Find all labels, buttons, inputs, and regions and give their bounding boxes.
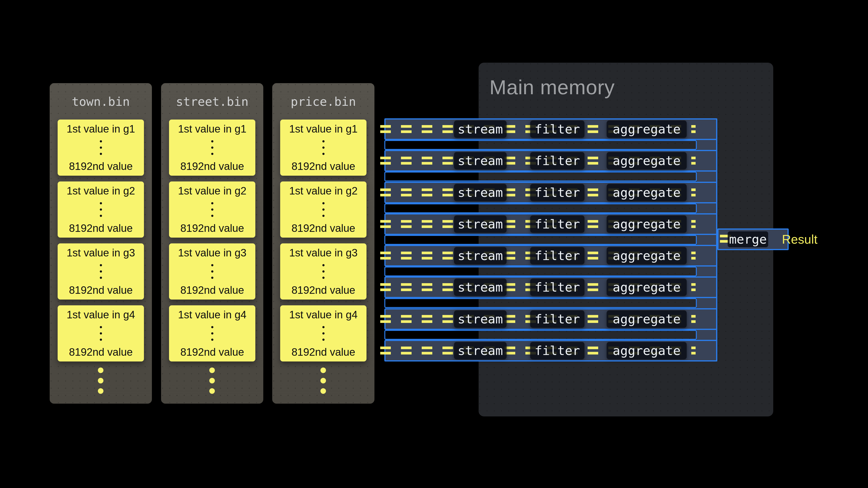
ellipsis-dots (100, 326, 102, 341)
vector-block-g1: 1st value in g1 8192nd value (280, 120, 367, 176)
block-last-value: 8192nd value (180, 222, 244, 234)
ellipsis-dots (100, 202, 102, 217)
main-memory-title: Main memory (490, 77, 615, 97)
block-first-value: 1st value in g2 (178, 185, 246, 197)
block-last-value: 8192nd value (69, 346, 133, 358)
aggregate-label: aggregate (613, 312, 681, 326)
pipeline-buffer-slot (384, 140, 697, 150)
block-first-value: 1st value in g2 (289, 185, 358, 197)
stream-label: stream (458, 154, 503, 168)
ellipsis-dots (211, 326, 213, 341)
aggregate-operator: aggregate (607, 152, 687, 169)
ellipsis-dots (100, 264, 102, 279)
stream-operator: stream (454, 247, 506, 264)
stream-label: stream (458, 185, 503, 200)
block-last-value: 8192nd value (291, 284, 355, 296)
file-panel-price: price.bin 1st value in g1 8192nd value 1… (272, 83, 374, 404)
block-last-value: 8192nd value (291, 346, 355, 358)
aggregate-label: aggregate (613, 344, 681, 358)
block-last-value: 8192nd value (180, 346, 244, 358)
filter-operator: filter (530, 247, 585, 264)
file-panel-town: town.bin 1st value in g1 8192nd value 1s… (50, 83, 152, 404)
more-groups-dot (209, 367, 215, 373)
aggregate-label: aggregate (613, 154, 681, 168)
filter-label: filter (535, 312, 580, 326)
aggregate-label: aggregate (613, 217, 681, 231)
stream-label: stream (458, 280, 503, 294)
ellipsis-dots (322, 202, 324, 217)
filter-operator: filter (530, 152, 585, 169)
aggregate-label: aggregate (613, 122, 681, 136)
aggregate-label: aggregate (613, 280, 681, 294)
pipeline-row-4: stream filter aggregate (384, 213, 717, 235)
block-last-value: 8192nd value (69, 284, 133, 296)
filter-label: filter (535, 280, 580, 294)
vector-block-g2: 1st value in g2 8192nd value (280, 182, 367, 238)
vector-block-g1: 1st value in g1 8192nd value (169, 120, 255, 176)
vector-block-g1: 1st value in g1 8192nd value (58, 120, 144, 176)
pipeline-buffer-slot (384, 298, 697, 308)
block-first-value: 1st value in g4 (178, 309, 246, 321)
filter-operator: filter (530, 342, 585, 359)
ellipsis-dots (211, 264, 213, 279)
aggregate-operator: aggregate (607, 279, 687, 296)
filter-label: filter (535, 249, 580, 263)
file-name-label: street.bin (161, 83, 263, 109)
block-last-value: 8192nd value (180, 284, 244, 296)
aggregate-label: aggregate (613, 249, 681, 263)
vector-block-g2: 1st value in g2 8192nd value (58, 182, 144, 238)
result-label: Result (782, 232, 817, 247)
more-groups-dot (320, 378, 326, 383)
block-first-value: 1st value in g4 (66, 309, 135, 321)
filter-label: filter (535, 122, 580, 136)
block-last-value: 8192nd value (69, 222, 133, 234)
filter-operator: filter (530, 121, 585, 138)
stream-label: stream (458, 312, 503, 326)
more-groups-dot (320, 367, 326, 373)
more-groups-dot (98, 378, 103, 383)
aggregate-operator: aggregate (607, 216, 687, 233)
ellipsis-dots (322, 264, 324, 279)
vector-block-g3: 1st value in g3 8192nd value (169, 243, 255, 299)
block-first-value: 1st value in g3 (289, 247, 358, 259)
file-panel-street: street.bin 1st value in g1 8192nd value … (161, 83, 263, 404)
vector-block-g4: 1st value in g4 8192nd value (58, 305, 144, 361)
stream-operator: stream (454, 342, 506, 359)
aggregate-operator: aggregate (607, 247, 687, 264)
vector-block-g3: 1st value in g3 8192nd value (280, 243, 367, 299)
pipeline-row-7: stream filter aggregate (384, 308, 717, 330)
pipeline-row-8: stream filter aggregate (384, 340, 717, 361)
pipelines-area: stream filter aggregate stream filter ag… (384, 118, 717, 361)
block-first-value: 1st value in g3 (178, 247, 246, 259)
block-first-value: 1st value in g3 (66, 247, 135, 259)
block-first-value: 1st value in g1 (289, 123, 358, 135)
pipeline-buffer-slot (384, 203, 697, 213)
pipeline-buffer-slot (384, 330, 697, 340)
ellipsis-dots (211, 140, 213, 155)
ellipsis-dots (211, 202, 213, 217)
filter-label: filter (535, 154, 580, 168)
aggregate-operator: aggregate (607, 311, 687, 328)
pipeline-row-5: stream filter aggregate (384, 245, 717, 266)
stream-label: stream (458, 217, 503, 231)
stream-operator: stream (454, 184, 506, 201)
block-first-value: 1st value in g4 (289, 309, 358, 321)
more-groups-dot (98, 367, 103, 373)
stream-label: stream (458, 122, 503, 136)
pipeline-buffer-slot (384, 266, 697, 276)
vector-block-g4: 1st value in g4 8192nd value (169, 305, 255, 361)
merge-band: merge (717, 228, 789, 250)
ellipsis-dots (322, 326, 324, 341)
filter-operator: filter (530, 311, 585, 328)
file-name-label: town.bin (50, 83, 152, 109)
block-last-value: 8192nd value (291, 222, 355, 234)
block-last-value: 8192nd value (180, 160, 244, 172)
block-first-value: 1st value in g1 (178, 123, 246, 135)
stream-operator: stream (454, 216, 506, 233)
block-first-value: 1st value in g1 (66, 123, 135, 135)
block-first-value: 1st value in g2 (66, 185, 135, 197)
merge-operator: merge (728, 231, 768, 247)
more-groups-dot (209, 388, 215, 394)
more-groups-dot (320, 388, 326, 394)
block-last-value: 8192nd value (69, 160, 133, 172)
